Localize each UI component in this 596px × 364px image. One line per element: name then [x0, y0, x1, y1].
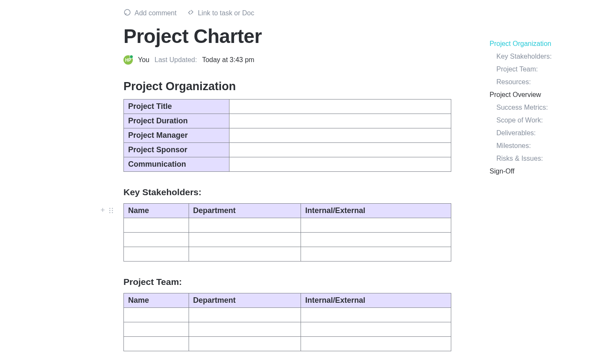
org-row-value[interactable] [229, 128, 451, 143]
updated-label: Last Updated: [155, 56, 197, 64]
table-cell[interactable] [124, 322, 189, 337]
avatar[interactable]: HP [123, 55, 133, 65]
table-row [124, 308, 451, 322]
table-cell[interactable] [124, 233, 189, 247]
outline-item[interactable]: Success Metrics: [490, 101, 583, 114]
outline-item[interactable]: Project Organization [490, 37, 583, 50]
outline-item[interactable]: Milestones: [490, 139, 583, 152]
organization-table[interactable]: Project TitleProject DurationProject Man… [123, 99, 451, 172]
table-cell[interactable] [301, 308, 451, 322]
table-cell[interactable] [301, 247, 451, 262]
table-cell[interactable] [189, 247, 301, 262]
outline-item[interactable]: Risks & Issues: [490, 152, 583, 165]
outline-panel: Project OrganizationKey Stakeholders:Pro… [490, 37, 583, 178]
column-header[interactable]: Department [189, 293, 301, 308]
table-cell[interactable] [301, 233, 451, 247]
section-heading-organization[interactable]: Project Organization [123, 80, 451, 93]
add-block-icon[interactable]: + [100, 206, 105, 215]
table-cell[interactable] [189, 308, 301, 322]
org-row-value[interactable] [229, 100, 451, 114]
doc-toolbar: Add comment Link to task or Doc [123, 9, 451, 18]
comment-icon [123, 9, 131, 18]
org-row-value[interactable] [229, 157, 451, 172]
org-row-label[interactable]: Project Duration [124, 114, 229, 128]
table-cell[interactable] [301, 322, 451, 337]
document-main: Add comment Link to task or Doc Project … [0, 0, 468, 364]
svg-point-5 [109, 212, 110, 213]
outline-item[interactable]: Resources: [490, 76, 583, 88]
table-row [124, 218, 451, 233]
outline-item[interactable]: Key Stakeholders: [490, 50, 583, 63]
org-row-label[interactable]: Communication [124, 157, 229, 172]
outline-item[interactable]: Project Overview [490, 88, 583, 101]
row-gutter-controls: + [100, 206, 114, 215]
table-row: Communication [124, 157, 451, 172]
author-name: You [138, 56, 149, 64]
outline-item[interactable]: Scope of Work: [490, 114, 583, 127]
updated-time: Today at 3:43 pm [202, 56, 255, 64]
column-header[interactable]: Internal/External [301, 293, 451, 308]
table-cell[interactable] [189, 218, 301, 233]
table-cell[interactable] [124, 247, 189, 262]
org-row-label[interactable]: Project Title [124, 100, 229, 114]
svg-point-1 [109, 208, 110, 209]
svg-point-2 [112, 208, 113, 209]
doc-meta-row: HP You Last Updated: Today at 3:43 pm [123, 55, 451, 65]
column-header[interactable]: Name [124, 204, 189, 218]
sub-heading-stakeholders[interactable]: Key Stakeholders: [123, 187, 451, 197]
stakeholders-table[interactable]: NameDepartmentInternal/External [123, 203, 451, 262]
table-row [124, 247, 451, 262]
stakeholders-block: + NameDepartmentInternal/External [123, 203, 451, 262]
table-row [124, 322, 451, 337]
add-comment-label: Add comment [135, 9, 177, 17]
org-row-label[interactable]: Project Sponsor [124, 143, 229, 157]
table-cell[interactable] [124, 308, 189, 322]
table-cell[interactable] [124, 337, 189, 351]
table-cell[interactable] [189, 322, 301, 337]
table-row: Project Duration [124, 114, 451, 128]
table-cell[interactable] [189, 337, 301, 351]
table-row: Project Manager [124, 128, 451, 143]
sub-heading-team[interactable]: Project Team: [123, 277, 451, 287]
table-row: Project Title [124, 100, 451, 114]
link-task-label: Link to task or Doc [198, 9, 255, 17]
org-row-label[interactable]: Project Manager [124, 128, 229, 143]
outline-item[interactable]: Deliverables: [490, 127, 583, 139]
table-row [124, 233, 451, 247]
svg-point-4 [112, 210, 113, 211]
column-header[interactable]: Department [189, 204, 301, 218]
table-row [124, 337, 451, 351]
add-comment-button[interactable]: Add comment [123, 9, 177, 18]
org-row-value[interactable] [229, 114, 451, 128]
outline-item[interactable]: Sign-Off [490, 165, 583, 178]
svg-point-3 [109, 210, 110, 211]
svg-point-6 [112, 212, 113, 213]
drag-handle-icon[interactable] [109, 208, 114, 213]
page-title[interactable]: Project Charter [123, 25, 451, 48]
table-cell[interactable] [301, 218, 451, 233]
table-cell[interactable] [189, 233, 301, 247]
column-header[interactable]: Internal/External [301, 204, 451, 218]
table-cell[interactable] [124, 218, 189, 233]
column-header[interactable]: Name [124, 293, 189, 308]
org-row-value[interactable] [229, 143, 451, 157]
link-icon [187, 9, 195, 18]
table-cell[interactable] [301, 337, 451, 351]
outline-item[interactable]: Project Team: [490, 63, 583, 76]
team-table[interactable]: NameDepartmentInternal/External [123, 293, 451, 351]
table-row: Project Sponsor [124, 143, 451, 157]
link-task-button[interactable]: Link to task or Doc [187, 9, 255, 18]
